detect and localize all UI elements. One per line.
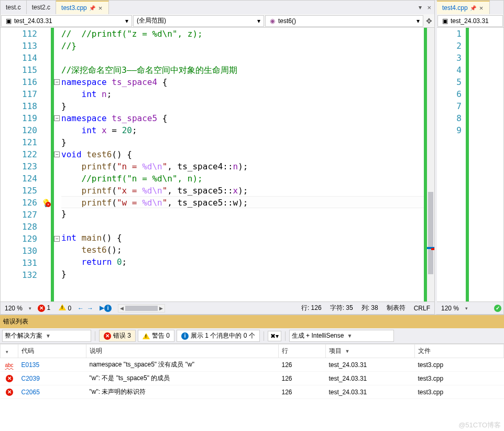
chevron-down-icon: ▼ xyxy=(347,333,352,339)
status-bar-right: 120 % ▾ ✓ xyxy=(437,301,503,314)
project-icon: ▣ xyxy=(441,17,448,25)
col-code[interactable]: 代码 xyxy=(18,344,86,358)
fold-toggle[interactable]: − xyxy=(54,79,60,85)
col-desc[interactable]: 说明 xyxy=(86,344,279,358)
editor-pane-left: test.c test2.c test3.cpp 📌 × ▾ × ▣ test_… xyxy=(0,0,435,315)
lightbulb-error-icon[interactable]: 💡✕ xyxy=(41,198,50,208)
info-icon[interactable]: i xyxy=(104,305,112,312)
vertical-scrollbar[interactable] xyxy=(427,28,434,301)
split-vertical-icon[interactable]: ✥ xyxy=(424,17,434,25)
code-content[interactable] xyxy=(469,28,503,301)
error-list-panel: 错误列表 整个解决方案▼ ✕ 错误 3 警告 0 i 展示 1 个消息中的 0 … xyxy=(0,315,504,431)
clear-filters[interactable]: ✖▾ xyxy=(268,331,281,341)
error-row[interactable]: ✕C2065"w": 未声明的标识符126test_24.03.31test3.… xyxy=(1,385,504,399)
project-icon: ▣ xyxy=(5,17,12,25)
breadcrumb-right: ▣ test_24.03.31 xyxy=(437,14,503,28)
ok-icon: ✓ xyxy=(494,305,501,312)
status-indent[interactable]: 制表符 xyxy=(385,304,408,313)
tab-test-c[interactable]: test.c xyxy=(1,1,27,14)
col-line[interactable]: 行 xyxy=(279,344,326,358)
zoom-level[interactable]: 120 % xyxy=(439,305,461,312)
tab-test2-c[interactable]: test2.c xyxy=(27,1,56,14)
pin-icon[interactable]: 📌 xyxy=(89,5,95,11)
status-bar-left: 120 % ▾ ✕ 1 0 ← → ▶i ◀▶ 行: 126 字符: 35 列:… xyxy=(1,301,434,314)
source-combo[interactable]: 生成 + IntelliSense▼ xyxy=(289,330,394,342)
error-row[interactable]: ✕C2039"w": 不是 "ts_space5" 的成员126test_24.… xyxy=(1,372,504,385)
chevron-down-icon: ▼ xyxy=(46,333,51,339)
status-char: 字符: 35 xyxy=(328,304,355,313)
editor-pane-right: test4.cpp 📌 × ▣ test_24.03.31 123456789 … xyxy=(435,0,504,315)
fold-toggle[interactable]: − xyxy=(54,115,60,121)
close-icon[interactable]: × xyxy=(97,4,104,12)
error-row[interactable]: abcE0135namespace "ts_space5" 没有成员 "w"12… xyxy=(1,358,504,372)
nav-fwd-icon[interactable]: → xyxy=(87,305,93,312)
close-icon[interactable]: × xyxy=(478,4,485,12)
watermark: @51CTO博客 xyxy=(458,421,501,430)
method-icon: ◉ xyxy=(269,17,276,25)
horizontal-scrollbar[interactable]: ◀▶ xyxy=(118,304,165,313)
code-editor-right[interactable]: 123456789 xyxy=(437,28,503,301)
filter-clear-icon: ✖▾ xyxy=(270,332,279,340)
scope-combo[interactable]: 整个解决方案▼ xyxy=(2,330,91,342)
scrollbar-thumb[interactable] xyxy=(428,192,433,274)
tab-test3-cpp[interactable]: test3.cpp 📌 × xyxy=(56,1,109,14)
fold-toggle[interactable]: − xyxy=(54,152,60,157)
filter-warnings[interactable]: 警告 0 xyxy=(138,330,174,342)
status-col: 列: 38 xyxy=(359,304,380,313)
status-eol[interactable]: CRLF xyxy=(412,305,432,312)
warning-icon[interactable] xyxy=(59,304,66,310)
window-close-icon[interactable]: × xyxy=(424,4,434,12)
col-project[interactable]: 项目 ▼ xyxy=(326,344,415,358)
scope-namespace[interactable]: (全局范围) ▾ xyxy=(133,15,264,27)
error-list-title[interactable]: 错误列表 xyxy=(0,315,504,328)
line-number-gutter: 123456789 xyxy=(437,28,466,301)
zoom-level[interactable]: 120 % xyxy=(3,305,25,312)
tab-test4-cpp[interactable]: test4.cpp 📌 × xyxy=(437,1,490,14)
chevron-down-icon[interactable]: ▾ xyxy=(417,17,420,25)
info-icon: i xyxy=(181,332,189,340)
error-table[interactable]: ▾ 代码 说明 行 项目 ▼ 文件 abcE0135namespace "ts_… xyxy=(0,344,504,431)
col-icon[interactable]: ▾ xyxy=(1,344,18,358)
scope-function[interactable]: ◉ test6() ▾ xyxy=(265,15,423,27)
tab-bar-right: test4.cpp 📌 × xyxy=(437,1,503,14)
fold-strip: −−−− xyxy=(54,28,61,301)
fold-toggle[interactable]: − xyxy=(54,236,60,242)
breadcrumb-left: ▣ test_24.03.31 ▾ (全局范围) ▾ ◉ test6() ▾ ✥ xyxy=(1,14,434,28)
code-content[interactable]: // //printf("z = %d\n", z);//}//深挖命名空间3—… xyxy=(61,28,434,301)
error-icon: ✕ xyxy=(104,332,111,340)
chevron-down-icon[interactable]: ▾ xyxy=(125,17,128,25)
tab-bar-left: test.c test2.c test3.cpp 📌 × ▾ × xyxy=(1,1,434,14)
filter-messages[interactable]: i 展示 1 个消息中的 0 个 xyxy=(177,330,260,342)
status-line: 行: 126 xyxy=(299,304,324,313)
pin-icon[interactable]: 📌 xyxy=(470,5,476,11)
scope-project[interactable]: ▣ test_24.03.31 xyxy=(437,15,503,27)
error-list-toolbar: 整个解决方案▼ ✕ 错误 3 警告 0 i 展示 1 个消息中的 0 个 ✖▾ … xyxy=(0,328,504,344)
col-file[interactable]: 文件 xyxy=(415,344,504,358)
warning-icon xyxy=(143,333,150,339)
code-editor-left[interactable]: 1121131141151161171181191201211221231241… xyxy=(1,28,434,301)
glyph-margin: 💡✕ xyxy=(41,28,51,301)
nav-back-icon[interactable]: ← xyxy=(78,305,84,312)
error-icon[interactable]: ✕ xyxy=(38,305,45,312)
line-number-gutter: 1121131141151161171181191201211221231241… xyxy=(1,28,41,301)
chevron-down-icon[interactable]: ▾ xyxy=(465,306,468,311)
chevron-down-icon[interactable]: ▾ xyxy=(29,306,31,311)
chevron-down-icon[interactable]: ▾ xyxy=(257,17,260,25)
tab-overflow-dropdown[interactable]: ▾ xyxy=(417,3,424,12)
filter-errors[interactable]: ✕ 错误 3 xyxy=(99,330,136,342)
scope-project[interactable]: ▣ test_24.03.31 ▾ xyxy=(1,15,132,27)
nav-next-icon[interactable]: ▶ xyxy=(100,304,104,311)
